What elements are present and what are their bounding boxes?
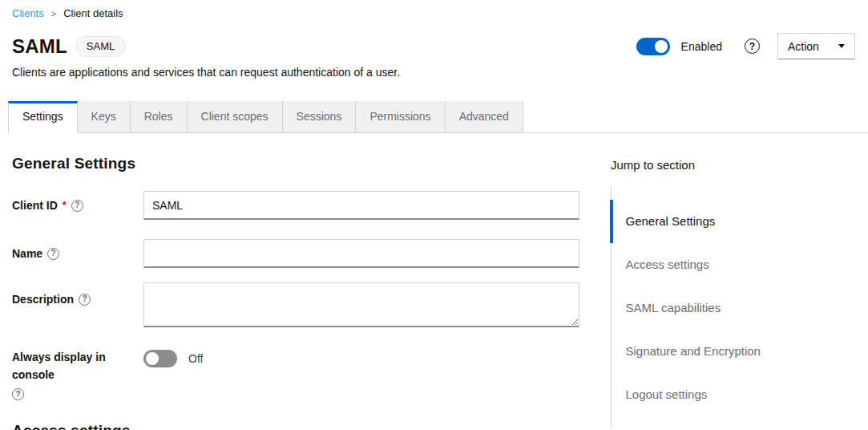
description-textarea[interactable] bbox=[143, 282, 579, 327]
form-row-name: Name ? bbox=[12, 239, 579, 268]
always-display-in-console-label: Always display in console bbox=[12, 348, 132, 383]
breadcrumb-separator-icon: > bbox=[51, 9, 56, 18]
console-control: Off bbox=[143, 350, 579, 367]
jump-link-signature-and-encryption[interactable]: Signature and Encryption bbox=[610, 330, 868, 373]
tab-settings[interactable]: Settings bbox=[8, 101, 78, 133]
caret-down-icon bbox=[838, 44, 845, 48]
required-asterisk: * bbox=[63, 197, 67, 214]
section-title-general-settings: General Settings bbox=[12, 155, 579, 172]
tab-bar: Settings Keys Roles Client scopes Sessio… bbox=[8, 101, 868, 133]
breadcrumb-current: Client details bbox=[63, 7, 123, 19]
jump-to-section-title: Jump to section bbox=[611, 158, 868, 172]
section-title-access-settings: Access settings bbox=[12, 422, 579, 430]
name-input[interactable] bbox=[143, 239, 579, 268]
help-icon[interactable]: ? bbox=[745, 39, 760, 54]
name-label-group: Name ? bbox=[12, 245, 143, 262]
client-id-control bbox=[143, 191, 579, 220]
name-control bbox=[143, 239, 579, 268]
client-id-help-icon[interactable]: ? bbox=[71, 200, 83, 212]
description-label-group: Description ? bbox=[12, 282, 143, 308]
jump-link-access-settings[interactable]: Access settings bbox=[610, 243, 868, 286]
client-id-label: Client ID bbox=[12, 197, 58, 214]
page-header: SAML SAML Enabled ? Action bbox=[0, 19, 868, 59]
description-label: Description bbox=[12, 290, 74, 308]
action-dropdown-label: Action bbox=[788, 40, 819, 53]
page-subtitle: Clients are applications and services th… bbox=[0, 59, 868, 79]
page-title: SAML bbox=[12, 35, 67, 58]
settings-form: General Settings Client ID * ? Name ? bbox=[12, 133, 579, 430]
console-toggle-state-label: Off bbox=[188, 352, 203, 365]
form-row-always-display-in-console: Always display in console ? Off bbox=[12, 348, 579, 400]
client-id-input[interactable] bbox=[143, 191, 579, 220]
form-row-client-id: Client ID * ? bbox=[12, 191, 579, 220]
breadcrumb: Clients > Client details bbox=[0, 0, 868, 19]
jump-nav: General Settings Access settings SAML ca… bbox=[611, 186, 868, 428]
jump-link-general-settings[interactable]: General Settings bbox=[610, 200, 868, 243]
content-area: General Settings Client ID * ? Name ? bbox=[0, 133, 868, 430]
client-details-page: Clients > Client details SAML SAML Enabl… bbox=[0, 0, 868, 430]
tab-keys[interactable]: Keys bbox=[78, 101, 131, 132]
tab-client-scopes[interactable]: Client scopes bbox=[188, 101, 283, 132]
name-help-icon[interactable]: ? bbox=[47, 248, 59, 260]
console-label-group: Always display in console ? bbox=[12, 348, 143, 400]
client-id-label-group: Client ID * ? bbox=[12, 197, 143, 214]
always-display-in-console-toggle[interactable] bbox=[143, 350, 177, 367]
name-label: Name bbox=[12, 245, 42, 262]
title-group: SAML SAML bbox=[12, 35, 126, 58]
console-help-icon[interactable]: ? bbox=[12, 388, 24, 400]
jump-link-saml-capabilities[interactable]: SAML capabilities bbox=[610, 286, 868, 330]
tab-sessions[interactable]: Sessions bbox=[283, 101, 357, 132]
form-row-description: Description ? bbox=[12, 282, 579, 327]
jump-to-section-panel: Jump to section General Settings Access … bbox=[611, 133, 868, 430]
jump-link-logout-settings[interactable]: Logout settings bbox=[610, 373, 868, 416]
protocol-badge: SAML bbox=[75, 36, 126, 57]
description-help-icon[interactable]: ? bbox=[79, 294, 91, 306]
tab-roles[interactable]: Roles bbox=[131, 101, 188, 132]
tab-advanced[interactable]: Advanced bbox=[446, 101, 523, 132]
action-dropdown[interactable]: Action bbox=[777, 33, 855, 59]
breadcrumb-link-clients[interactable]: Clients bbox=[12, 7, 44, 19]
toggle-knob bbox=[146, 352, 159, 365]
toggle-knob bbox=[655, 40, 668, 53]
enabled-toggle[interactable] bbox=[636, 38, 670, 55]
description-control bbox=[143, 282, 579, 327]
tab-permissions[interactable]: Permissions bbox=[356, 101, 445, 132]
header-controls: Enabled ? Action bbox=[636, 33, 855, 59]
enabled-toggle-label: Enabled bbox=[681, 40, 722, 53]
